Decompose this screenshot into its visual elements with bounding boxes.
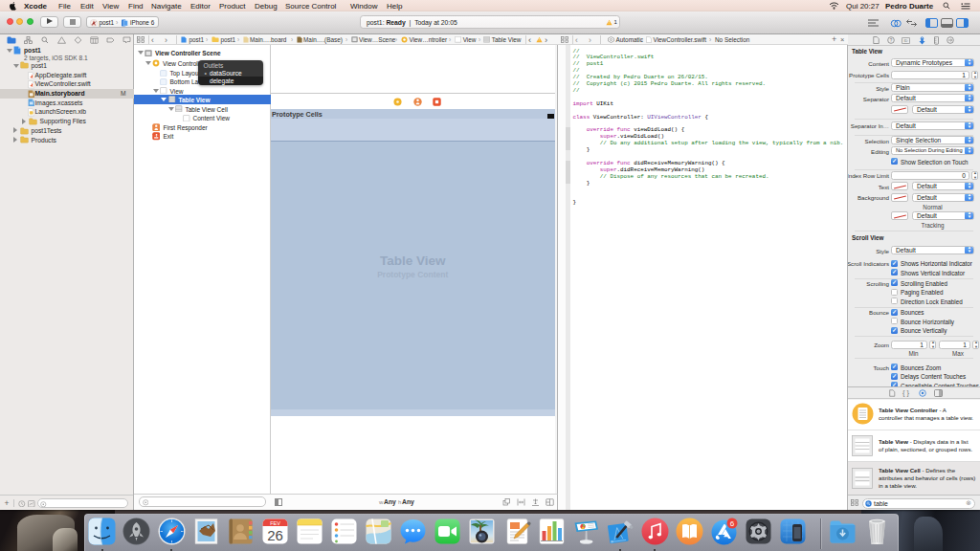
svg-text:ID: ID — [904, 38, 908, 43]
svg-text:6: 6 — [730, 518, 735, 527]
svg-text:!: ! — [539, 38, 540, 43]
svg-text:?: ? — [890, 38, 893, 43]
svg-text:26: 26 — [267, 526, 283, 542]
svg-text:FEV: FEV — [270, 519, 280, 525]
svg-text:!: ! — [609, 20, 610, 25]
